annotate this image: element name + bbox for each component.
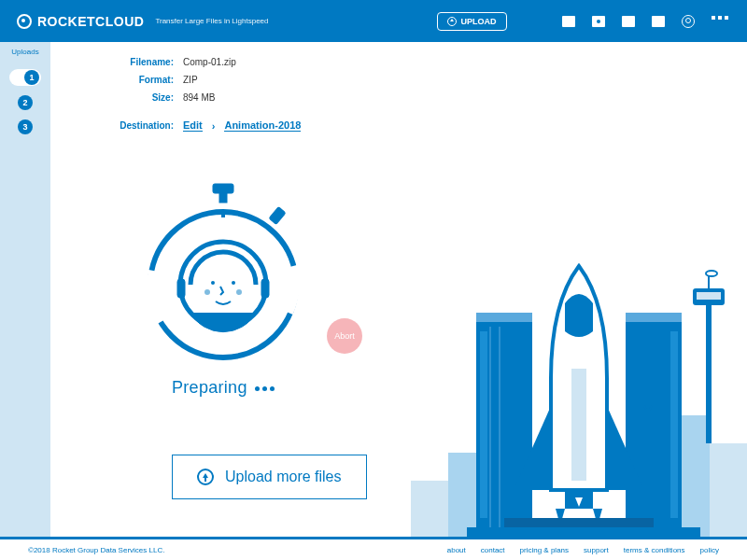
svg-rect-9: [177, 279, 185, 298]
step-number: 1: [24, 70, 39, 85]
svg-rect-0: [213, 184, 233, 193]
svg-point-8: [236, 289, 242, 295]
copyright-text: ©2018 Rocket Group Data Services LLC.: [28, 546, 164, 554]
destination-folder[interactable]: Animation-2018: [224, 119, 301, 132]
svg-rect-17: [476, 313, 532, 322]
upload-button-label: UPLOAD: [461, 17, 497, 26]
stopwatch-astronaut-icon: [134, 182, 312, 369]
destination-label: Destination:: [118, 120, 174, 131]
footer-link-contact[interactable]: contact: [481, 546, 505, 554]
footer-links: about contact pricing & plans support te…: [447, 546, 719, 554]
format-label: Format:: [118, 71, 174, 89]
header-nav: [562, 15, 730, 28]
svg-rect-2: [269, 207, 286, 225]
svg-rect-1: [219, 193, 227, 203]
account-icon[interactable]: [682, 15, 695, 28]
upload-icon: [447, 17, 457, 26]
rocket-logo-icon: [17, 14, 32, 29]
footer-link-terms[interactable]: terms & conditions: [624, 546, 685, 554]
brand-tagline: Transfer Large Files in Lightspeed: [155, 17, 268, 25]
document-icon[interactable]: [622, 16, 635, 27]
upload-step-1[interactable]: 1: [9, 69, 41, 86]
upload-step-3[interactable]: 3: [18, 119, 33, 134]
format-value: ZIP: [183, 71, 198, 89]
destination-row: Destination: Edit › Animation-2018: [118, 119, 301, 132]
svg-rect-33: [467, 527, 700, 537]
filename-value: Comp-01.zip: [183, 53, 236, 71]
camera-icon[interactable]: [592, 16, 605, 27]
footer: ©2018 Rocket Group Data Services LLC. ab…: [0, 537, 747, 560]
footer-link-support[interactable]: support: [584, 546, 609, 554]
chevron-right-icon: ›: [212, 120, 216, 132]
status-text: Preparing: [134, 378, 312, 398]
upload-arrow-icon: [197, 469, 214, 485]
svg-point-28: [706, 271, 717, 276]
rocket-launchpad-illustration: [411, 247, 747, 537]
folder-icon[interactable]: [652, 16, 665, 27]
menu-icon[interactable]: [712, 16, 730, 27]
edit-destination-link[interactable]: Edit: [183, 119, 203, 132]
loading-dots-icon: [252, 378, 275, 397]
size-label: Size:: [118, 89, 174, 106]
file-meta: Filename: Comp-01.zip Format: ZIP Size: …: [118, 53, 301, 132]
svg-point-5: [211, 281, 215, 285]
svg-rect-26: [697, 292, 721, 300]
svg-point-7: [204, 289, 210, 295]
svg-rect-24: [706, 303, 712, 443]
upload-more-button[interactable]: Upload more files: [172, 455, 367, 499]
svg-rect-20: [480, 331, 487, 518]
svg-rect-21: [670, 331, 678, 518]
footer-link-about[interactable]: about: [447, 546, 466, 554]
svg-point-6: [232, 281, 235, 285]
upload-button[interactable]: UPLOAD: [437, 12, 507, 31]
svg-point-3: [150, 212, 296, 357]
footer-link-policy[interactable]: policy: [700, 546, 719, 554]
uploads-sidebar: Uploads 1 2 3: [0, 42, 50, 537]
svg-rect-30: [571, 369, 586, 481]
brand-name: ROCKETCLOUD: [37, 14, 144, 29]
header-bar: ROCKETCLOUD Transfer Large Files in Ligh…: [0, 0, 747, 42]
dashboard-icon[interactable]: [562, 16, 575, 27]
svg-rect-19: [626, 313, 682, 322]
size-value: 894 MB: [183, 89, 215, 106]
main-panel: Filename: Comp-01.zip Format: ZIP Size: …: [50, 42, 747, 537]
abort-button[interactable]: Abort: [327, 318, 362, 354]
progress-indicator: Preparing: [134, 182, 312, 398]
footer-link-pricing[interactable]: pricing & plans: [520, 546, 569, 554]
upload-more-label: Upload more files: [225, 469, 342, 485]
filename-label: Filename:: [118, 53, 174, 71]
svg-rect-10: [261, 279, 269, 298]
upload-step-2[interactable]: 2: [18, 95, 33, 110]
brand[interactable]: ROCKETCLOUD Transfer Large Files in Ligh…: [17, 14, 269, 29]
sidebar-title: Uploads: [11, 48, 38, 56]
